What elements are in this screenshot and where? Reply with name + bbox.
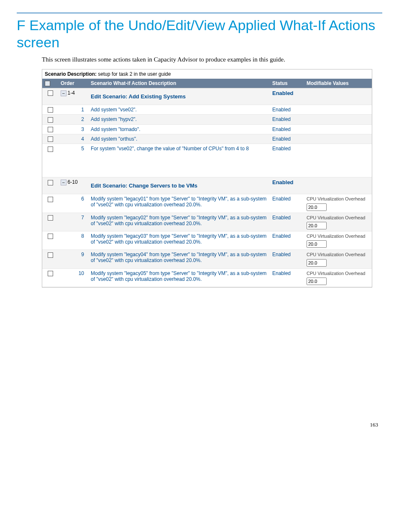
row-desc: Modify system "legacy03" from type "Serv… <box>88 231 270 250</box>
row-status: Enabled <box>270 250 304 268</box>
mod-label: CPU Virtualization Overhead <box>307 271 365 276</box>
row-order: 7 <box>58 213 88 231</box>
col-mod-header: Modifiable Values <box>304 79 372 88</box>
mod-value-input[interactable] <box>307 259 327 267</box>
scenario-description-bar: Scenario Description: setup for task 2 i… <box>42 69 372 79</box>
row-checkbox[interactable] <box>48 146 53 152</box>
mod-label: CPU Virtualization Overhead <box>307 234 365 239</box>
row-status: Enabled <box>270 115 304 124</box>
mod-value-input[interactable] <box>307 240 327 248</box>
group-row: –6-10 Edit Scenario: Change Servers to b… <box>42 177 372 194</box>
row-status: Enabled <box>270 231 304 250</box>
table-row: 4 Add system "orthus". Enabled <box>42 134 372 144</box>
collapse-icon[interactable]: – <box>61 180 66 185</box>
row-checkbox[interactable] <box>48 107 53 113</box>
row-desc: Modify system "legacy04" from type "Serv… <box>88 250 270 268</box>
row-status: Enabled <box>270 268 304 287</box>
row-checkbox[interactable] <box>48 197 53 202</box>
row-checkbox[interactable] <box>48 90 53 96</box>
collapse-icon[interactable]: – <box>61 90 66 96</box>
row-checkbox[interactable] <box>48 215 53 221</box>
row-desc: Modify system "legacy01" from type "Serv… <box>88 194 270 213</box>
col-order-header: Order <box>58 79 88 88</box>
mod-value-input[interactable] <box>307 222 327 229</box>
page-heading: F Example of the Undo/Edit/View Applied … <box>17 17 382 51</box>
row-order: 4 <box>58 134 88 144</box>
row-desc: For system "vse02", change the value of … <box>88 144 270 177</box>
table-row: 6 Modify system "legacy01" from type "Se… <box>42 194 372 213</box>
table-row: 3 Add system "tornado". Enabled <box>42 124 372 134</box>
row-checkbox[interactable] <box>48 127 53 132</box>
group-status: Enabled <box>270 88 304 105</box>
table-row: 8 Modify system "legacy03" from type "Se… <box>42 231 372 250</box>
row-desc: Add system "vse02". <box>88 105 270 114</box>
mod-value-input[interactable] <box>307 203 327 211</box>
row-order: 5 <box>58 144 88 177</box>
row-status: Enabled <box>270 213 304 231</box>
row-status: Enabled <box>270 144 304 177</box>
row-order: 1 <box>58 105 88 114</box>
row-checkbox[interactable] <box>48 234 53 239</box>
table-header-row: Order Scenario What-if Action Descriptio… <box>42 79 372 88</box>
row-checkbox[interactable] <box>48 252 53 258</box>
row-checkbox[interactable] <box>48 271 53 276</box>
group-range: 6-10 <box>68 179 78 185</box>
table-row: 1 Add system "vse02". Enabled <box>42 105 372 114</box>
table-row: 2 Add system "hypv2". Enabled <box>42 115 372 124</box>
screenshot-panel: Scenario Description: setup for task 2 i… <box>42 69 372 288</box>
row-order: 6 <box>58 194 88 213</box>
group-title: Edit Scenario: Change Servers to be VMs <box>88 177 270 194</box>
page-number: 163 <box>17 421 382 428</box>
row-checkbox[interactable] <box>48 136 53 142</box>
group-title: Edit Scenario: Add Existing Systems <box>88 88 270 105</box>
row-status: Enabled <box>270 134 304 144</box>
scenario-description-label: Scenario Description: <box>45 71 97 77</box>
table-row: 9 Modify system "legacy04" from type "Se… <box>42 250 372 268</box>
group-row: –1-4 Edit Scenario: Add Existing Systems… <box>42 88 372 105</box>
row-status: Enabled <box>270 124 304 134</box>
row-desc: Add system "hypv2". <box>88 115 270 124</box>
mod-label: CPU Virtualization Overhead <box>307 196 365 201</box>
row-desc: Modify system "legacy02" from type "Serv… <box>88 213 270 231</box>
select-all-checkbox[interactable] <box>45 81 50 86</box>
row-checkbox[interactable] <box>48 117 53 123</box>
row-order: 2 <box>58 115 88 124</box>
row-status: Enabled <box>270 105 304 114</box>
mod-value-input[interactable] <box>307 278 327 285</box>
table-row: 7 Modify system "legacy02" from type "Se… <box>42 213 372 231</box>
table-row: 10 Modify system "legacy05" from type "S… <box>42 268 372 287</box>
mod-label: CPU Virtualization Overhead <box>307 215 365 220</box>
col-desc-header: Scenario What-if Action Description <box>88 79 270 88</box>
row-status: Enabled <box>270 194 304 213</box>
row-desc: Modify system "legacy05" from type "Serv… <box>88 268 270 287</box>
group-status: Enabled <box>270 177 304 194</box>
intro-text: This screen illustrates some actions tak… <box>42 56 382 63</box>
row-desc: Add system "orthus". <box>88 134 270 144</box>
row-desc: Add system "tornado". <box>88 124 270 134</box>
table-row: 5 For system "vse02", change the value o… <box>42 144 372 177</box>
row-checkbox[interactable] <box>48 180 53 185</box>
row-order: 9 <box>58 250 88 268</box>
row-order: 3 <box>58 124 88 134</box>
actions-table: Order Scenario What-if Action Descriptio… <box>42 79 372 288</box>
scenario-description-text: setup for task 2 in the user guide <box>97 71 171 77</box>
col-status-header: Status <box>270 79 304 88</box>
group-range: 1-4 <box>68 90 75 96</box>
mod-label: CPU Virtualization Overhead <box>307 252 365 257</box>
row-order: 8 <box>58 231 88 250</box>
row-order: 10 <box>58 268 88 287</box>
